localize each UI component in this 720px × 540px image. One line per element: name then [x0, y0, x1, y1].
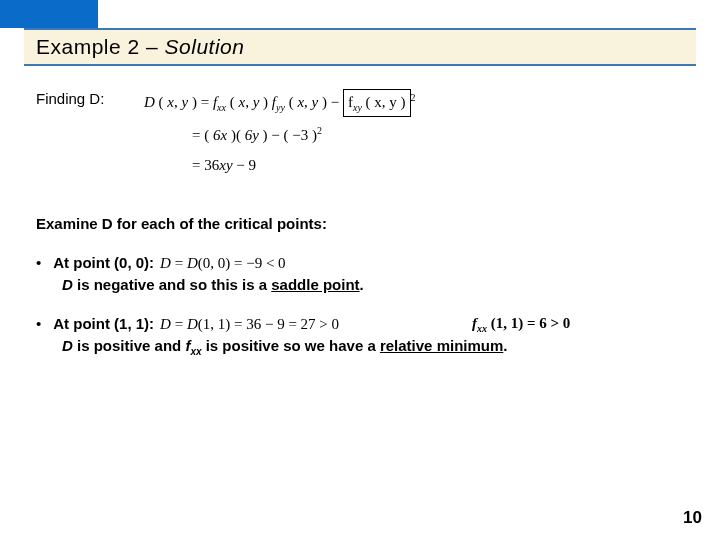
- equation-block: D ( x, y ) = fxx ( x, y ) fyy ( x, y ) −…: [144, 89, 684, 177]
- page-number: 10: [683, 508, 702, 528]
- title-suffix: Solution: [165, 35, 245, 58]
- point2-conclusion: D is positive and fxx is positive so we …: [62, 337, 684, 357]
- point1-D: D: [62, 276, 73, 293]
- bullet-icon: •: [36, 315, 41, 332]
- point1-mid: is negative and so this is a: [73, 276, 271, 293]
- title-prefix: Example 2 –: [36, 35, 165, 58]
- content-area: Finding D: D ( x, y ) = fxx ( x, y ) fyy…: [36, 90, 684, 379]
- point1-label: At point (0, 0):: [53, 254, 154, 271]
- point1-underline: saddle point: [271, 276, 359, 293]
- corner-accent: [0, 0, 98, 28]
- bullet-list: • At point (0, 0): D = D(0, 0) = −9 < 0 …: [36, 254, 684, 357]
- bullet-point-1: • At point (0, 0): D = D(0, 0) = −9 < 0: [36, 254, 684, 272]
- equation-line-2: = ( 6x )( 6y ) − ( −3 )2: [192, 123, 684, 147]
- equation-line-3: = 36xy − 9: [192, 153, 684, 177]
- point1-post: .: [360, 276, 364, 293]
- point2-underline: relative minimum: [380, 337, 503, 354]
- slide-title: Example 2 – Solution: [36, 35, 244, 59]
- point2-D: D: [62, 337, 73, 354]
- point1-conclusion: D is negative and so this is a saddle po…: [62, 276, 684, 293]
- title-bar: Example 2 – Solution: [24, 28, 696, 66]
- point1-math: D = D(0, 0) = −9 < 0: [160, 255, 286, 272]
- point2-fxx: fxx (1, 1) = 6 > 0: [472, 315, 570, 334]
- point2-post: .: [503, 337, 507, 354]
- point2-mid2: is positive so we have a: [202, 337, 380, 354]
- slide: Example 2 – Solution Finding D: D ( x, y…: [0, 0, 720, 540]
- point2-mid1: is positive and: [73, 337, 186, 354]
- point2-math: D = D(1, 1) = 36 − 9 = 27 > 0: [160, 316, 339, 333]
- bullet-point-2: • At point (1, 1): D = D(1, 1) = 36 − 9 …: [36, 315, 684, 333]
- equation-line-1: D ( x, y ) = fxx ( x, y ) fyy ( x, y ) −…: [144, 89, 684, 117]
- bullet-icon: •: [36, 254, 41, 271]
- point2-fxx-sub: xx: [190, 346, 201, 357]
- examine-heading: Examine D for each of the critical point…: [36, 215, 684, 232]
- point2-label: At point (1, 1):: [53, 315, 154, 332]
